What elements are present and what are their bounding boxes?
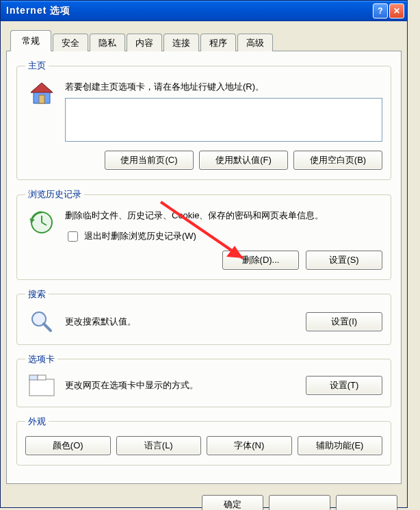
tabs-desc: 更改网页在选项卡中显示的方式。: [65, 379, 306, 392]
tab-row: 常规 安全 隐私 内容 连接 程序 高级: [1, 21, 407, 51]
help-button[interactable]: ?: [373, 3, 388, 18]
svg-rect-13: [38, 375, 46, 380]
cancel-button[interactable]: [269, 495, 330, 511]
help-icon: ?: [378, 6, 382, 16]
svg-rect-11: [29, 379, 54, 396]
use-current-button[interactable]: 使用当前页(C): [105, 151, 194, 170]
tabs-icon: [25, 374, 58, 397]
fonts-button[interactable]: 字体(N): [207, 436, 292, 455]
close-button[interactable]: ✕: [389, 3, 404, 18]
legend-search: 搜索: [25, 288, 49, 301]
legend-home: 主页: [25, 60, 49, 72]
history-settings-button[interactable]: 设置(S): [306, 251, 382, 270]
group-history: 浏览历史记录 删除临时文件、历史记录、Cookie、保存的密码和网页表单信息。: [16, 188, 391, 280]
homepage-input[interactable]: [65, 98, 382, 142]
delete-on-exit-text: 退出时删除浏览历史记录(W): [84, 229, 196, 243]
home-desc: 若要创建主页选项卡，请在各地址行键入地址(R)。: [65, 80, 382, 94]
tab-privacy[interactable]: 隐私: [90, 34, 125, 51]
search-settings-button[interactable]: 设置(I): [306, 312, 382, 331]
use-blank-button[interactable]: 使用空白页(B): [293, 151, 382, 170]
colors-button[interactable]: 颜色(O): [25, 436, 111, 455]
accessibility-button[interactable]: 辅助功能(E): [298, 436, 383, 455]
titlebar: Internet 选项 ? ✕: [1, 1, 407, 21]
group-tabs: 选项卡 更改网页在选项卡中显示的方式。 设置(T): [16, 353, 391, 407]
languages-button[interactable]: 语言(L): [116, 436, 202, 455]
internet-options-window: Internet 选项 ? ✕ 常规 安全 隐私 内容 连接 程序 高级 主页: [0, 0, 408, 508]
home-icon: [25, 80, 58, 107]
use-default-button[interactable]: 使用默认值(F): [199, 151, 288, 170]
delete-on-exit-checkbox-label[interactable]: 退出时删除浏览历史记录(W): [65, 229, 382, 244]
svg-rect-12: [29, 375, 38, 380]
dialog-buttons: 确定: [1, 489, 407, 511]
close-icon: ✕: [393, 6, 400, 16]
tab-connections[interactable]: 连接: [163, 34, 199, 51]
tab-security[interactable]: 安全: [53, 34, 88, 51]
svg-rect-1: [39, 95, 44, 103]
svg-marker-2: [31, 83, 53, 92]
apply-button[interactable]: [336, 495, 397, 511]
svg-line-10: [44, 324, 51, 331]
search-icon: [25, 309, 58, 335]
legend-history: 浏览历史记录: [25, 188, 84, 201]
delete-on-exit-checkbox[interactable]: [68, 231, 78, 242]
tab-advanced[interactable]: 高级: [237, 34, 273, 51]
ok-button[interactable]: 确定: [202, 495, 263, 511]
legend-tabs: 选项卡: [25, 353, 57, 366]
window-title: Internet 选项: [6, 5, 371, 17]
history-desc: 删除临时文件、历史记录、Cookie、保存的密码和网页表单信息。: [65, 209, 382, 222]
tab-programs[interactable]: 程序: [200, 34, 236, 51]
history-icon: [25, 209, 58, 236]
group-home: 主页 若要创建主页选项卡，请在各地址行键入地址(R)。 使用当前页(C) 使用默…: [16, 60, 391, 180]
group-appearance: 外观 颜色(O) 语言(L) 字体(N) 辅助功能(E): [16, 416, 391, 466]
tab-content[interactable]: 内容: [127, 34, 162, 51]
group-search: 搜索 更改搜索默认值。 设置(I): [16, 288, 391, 345]
tab-panel: 主页 若要创建主页选项卡，请在各地址行键入地址(R)。 使用当前页(C) 使用默…: [6, 51, 402, 484]
tab-general[interactable]: 常规: [10, 30, 51, 51]
legend-appearance: 外观: [25, 416, 49, 428]
tabs-settings-button[interactable]: 设置(T): [306, 376, 382, 395]
search-desc: 更改搜索默认值。: [65, 315, 306, 329]
delete-button[interactable]: 删除(D)...: [222, 251, 299, 270]
